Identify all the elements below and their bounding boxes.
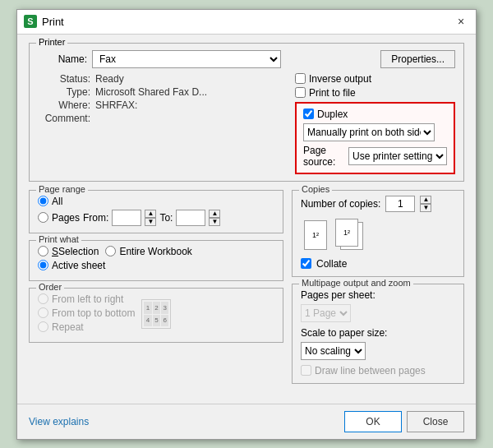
top-to-bottom-radio [38, 307, 48, 318]
duplex-label[interactable]: Duplex [317, 109, 348, 120]
ok-button[interactable]: OK [344, 411, 402, 432]
pages-per-sheet-select-row: 1 Page [301, 304, 455, 322]
active-sheet-radio[interactable] [38, 260, 48, 270]
pages-per-sheet-label: Pages per sheet: [301, 289, 376, 301]
order-cell-2: 2 [153, 302, 160, 314]
inverse-output-row: Inverse output [295, 73, 455, 85]
inverse-output-checkbox[interactable] [295, 73, 306, 84]
copies-icons: 1² 1² [301, 219, 455, 253]
page-range-group: Page range All Pages From: ▲ ▼ [29, 190, 283, 233]
top-to-bottom-label: From top to bottom [52, 307, 135, 319]
print-dialog: S Print × Printer Name: Fax Properties..… [16, 9, 477, 440]
properties-button[interactable]: Properties... [380, 50, 455, 68]
copy-icon-1-label: 1² [312, 231, 319, 239]
order-title: Order [36, 282, 64, 292]
top-to-bottom-row: From top to bottom [38, 307, 135, 319]
dialog-body: Printer Name: Fax Properties... Status: … [17, 35, 476, 400]
dialog-footer: View explains OK Close [17, 404, 476, 439]
pages-range-row: Pages From: ▲ ▼ To: ▲ ▼ [38, 210, 274, 226]
collate-checkbox[interactable] [301, 258, 311, 269]
selection-radio[interactable] [38, 246, 48, 256]
order-cell-1: 1 [144, 302, 151, 314]
type-key: Type: [38, 86, 95, 98]
pages-label[interactable]: Pages [52, 212, 80, 224]
draw-line-row: Draw line between pages [301, 365, 455, 376]
printer-right-options: Inverse output Print to file Duplex [295, 73, 455, 174]
title-bar: S Print × [17, 10, 476, 35]
entire-workbook-radio[interactable] [105, 246, 116, 256]
left-to-right-label: From left to right [52, 293, 123, 305]
copy-icon-2-label: 1² [343, 229, 350, 237]
scale-label: Scale to paper size: [301, 327, 387, 339]
info-left: Status: Ready Type: Microsoft Shared Fax… [38, 73, 295, 174]
selection-label[interactable]: SSelection [52, 246, 99, 257]
to-label: To: [159, 212, 173, 224]
repeat-row: Repeat [38, 321, 135, 333]
inverse-output-label[interactable]: Inverse output [309, 73, 371, 85]
copies-spinner: ▲ ▼ [420, 196, 431, 212]
from-label: From: [83, 212, 108, 224]
pages-per-sheet-select: 1 Page [301, 304, 351, 322]
scale-select[interactable]: No scaling [301, 342, 366, 360]
copies-up-btn[interactable]: ▲ [420, 196, 431, 204]
order-icon: 1 2 3 4 5 6 [141, 299, 171, 329]
page-range-title: Page range [36, 184, 88, 194]
duplex-mode-select[interactable]: Manually print on both sides [303, 123, 435, 141]
print-what-row1: SSelection Entire Workbook [38, 246, 274, 260]
printer-info-table: Status: Ready Type: Microsoft Shared Fax… [38, 73, 295, 124]
order-cell-4: 4 [144, 315, 151, 327]
left-to-right-radio [38, 293, 48, 304]
all-pages-label[interactable]: All [52, 196, 62, 207]
copies-down-btn[interactable]: ▼ [420, 204, 431, 212]
status-value: Ready [95, 73, 295, 85]
collate-label[interactable]: Collate [316, 258, 347, 270]
from-down-btn[interactable]: ▼ [145, 218, 156, 226]
to-input[interactable] [176, 210, 205, 226]
order-cell-6: 6 [161, 315, 168, 327]
draw-line-checkbox [301, 365, 311, 376]
from-input[interactable] [112, 210, 141, 226]
duplex-row: Duplex [303, 109, 447, 120]
to-down-btn[interactable]: ▼ [209, 218, 220, 226]
view-explains-link[interactable]: View explains [29, 416, 89, 427]
repeat-radio [38, 321, 48, 332]
pages-radio[interactable] [38, 212, 48, 223]
close-dialog-button[interactable]: Close [407, 411, 464, 432]
close-window-button[interactable]: × [453, 13, 469, 30]
footer-buttons: OK Close [344, 411, 464, 432]
duplex-box: Duplex Manually print on both sides Page… [295, 102, 455, 174]
all-pages-row: All [38, 196, 274, 207]
print-to-file-row: Print to file [295, 87, 455, 99]
where-key: Where: [38, 99, 95, 111]
copies-input[interactable] [385, 196, 415, 212]
entire-workbook-row: Entire Workbook [105, 246, 191, 257]
to-spinner: ▲ ▼ [209, 210, 220, 226]
copies-number-row: Number of copies: ▲ ▼ [301, 196, 455, 212]
print-to-file-label[interactable]: Print to file [309, 87, 356, 99]
info-area: Status: Ready Type: Microsoft Shared Fax… [38, 73, 455, 174]
entire-workbook-label[interactable]: Entire Workbook [119, 246, 191, 257]
order-group: Order From left to right From top to bot… [29, 288, 283, 343]
manually-row: Manually print on both sides [303, 123, 447, 141]
to-up-btn[interactable]: ▲ [209, 210, 220, 218]
print-what-group: Print what SSelection Entire Workbook [29, 240, 283, 281]
page-source-row: Page source: Use printer setting [303, 145, 447, 168]
printer-group-title: Printer [36, 37, 67, 47]
from-up-btn[interactable]: ▲ [145, 210, 156, 218]
print-to-file-checkbox[interactable] [295, 87, 306, 98]
duplex-checkbox[interactable] [303, 109, 314, 119]
dialog-title: Print [42, 16, 64, 28]
copies-title: Copies [299, 184, 332, 194]
printer-name-select[interactable]: Fax [92, 50, 281, 68]
printer-name-label: Name: [38, 53, 87, 65]
page-source-select[interactable]: Use printer setting [348, 147, 447, 165]
order-radios: From left to right From top to bottom Re… [38, 293, 135, 335]
scale-label-row: Scale to paper size: [301, 327, 455, 339]
all-pages-radio[interactable] [38, 196, 48, 206]
from-spinner: ▲ ▼ [145, 210, 156, 226]
active-sheet-label[interactable]: Active sheet [52, 260, 105, 271]
repeat-label: Repeat [52, 321, 84, 333]
left-to-right-row: From left to right [38, 293, 135, 305]
comment-value [95, 113, 295, 124]
title-bar-left: S Print [24, 15, 64, 28]
